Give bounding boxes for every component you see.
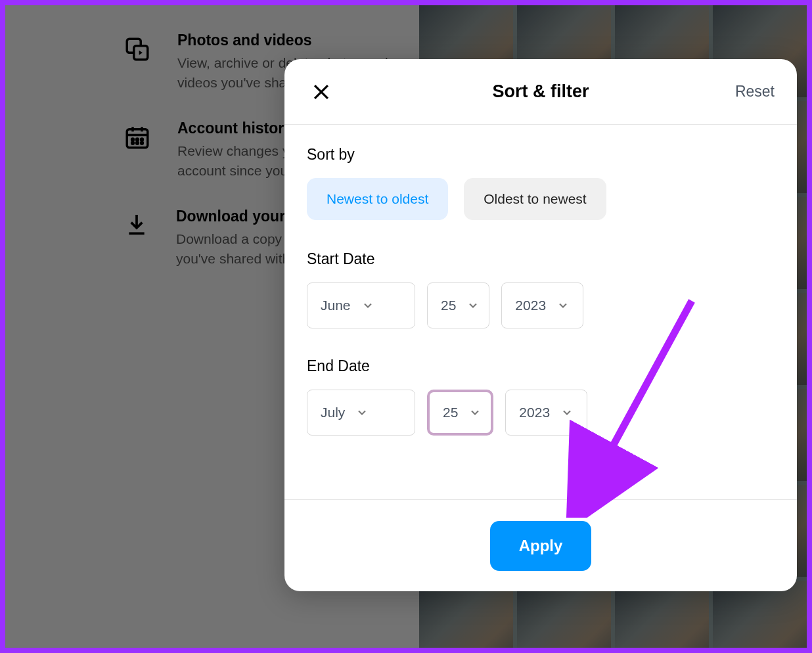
end-year-select[interactable]: 2023	[505, 390, 587, 436]
modal-title: Sort & filter	[284, 81, 797, 102]
start-year-value: 2023	[515, 298, 546, 313]
settings-item-title: Photos and videos	[177, 32, 419, 49]
end-month-value: July	[321, 405, 345, 420]
svg-point-7	[137, 142, 139, 144]
apply-button[interactable]: Apply	[490, 521, 592, 571]
start-day-select[interactable]: 25	[427, 282, 489, 328]
chevron-down-icon	[466, 299, 480, 312]
sort-by-label: Sort by	[307, 146, 775, 164]
end-year-value: 2023	[519, 405, 550, 420]
chevron-down-icon	[468, 406, 482, 419]
download-icon	[124, 208, 150, 238]
calendar-icon	[124, 120, 151, 151]
photos-videos-icon	[124, 32, 151, 63]
start-day-value: 25	[441, 298, 456, 313]
end-date-label: End Date	[307, 357, 775, 375]
chevron-down-icon	[361, 299, 374, 312]
svg-point-4	[137, 139, 139, 141]
end-day-select[interactable]: 25	[427, 390, 493, 436]
start-month-value: June	[321, 298, 351, 313]
sort-newest-chip[interactable]: Newest to oldest	[307, 178, 448, 220]
start-year-select[interactable]: 2023	[501, 282, 583, 328]
svg-point-6	[132, 142, 134, 144]
start-month-select[interactable]: June	[307, 282, 415, 328]
svg-point-8	[141, 142, 143, 144]
svg-point-3	[132, 139, 134, 141]
chevron-down-icon	[560, 406, 574, 419]
close-button[interactable]	[307, 78, 336, 106]
close-icon	[310, 81, 332, 103]
end-day-value: 25	[443, 405, 458, 420]
chevron-down-icon	[355, 406, 369, 419]
sort-oldest-chip[interactable]: Oldest to newest	[464, 178, 606, 220]
start-date-label: Start Date	[307, 250, 775, 268]
chevron-down-icon	[556, 299, 570, 312]
end-month-select[interactable]: July	[307, 390, 415, 436]
svg-point-5	[141, 139, 143, 141]
sort-filter-modal: Sort & filter Reset Sort by Newest to ol…	[284, 59, 797, 591]
reset-button[interactable]: Reset	[735, 83, 775, 101]
